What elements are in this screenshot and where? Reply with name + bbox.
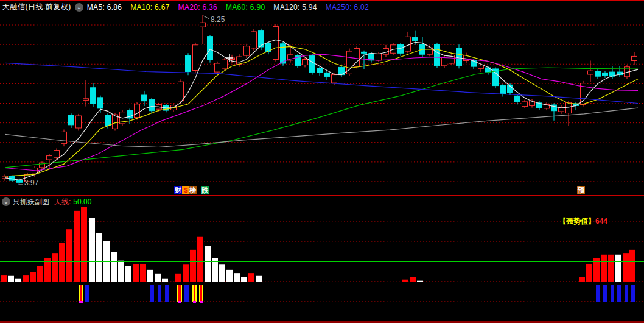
indicator-param-label: 天线:: [54, 197, 71, 207]
indicator-bar: [155, 274, 161, 282]
candle-body: [362, 52, 367, 53]
ma-legend-item: MA5: 6.86: [87, 3, 122, 12]
indicator-bar: [96, 233, 102, 282]
indicator-bar: [256, 276, 262, 282]
indicator-bar: [615, 255, 621, 282]
candle-body: [522, 102, 528, 107]
candle-body: [566, 102, 572, 113]
indicator-bar: [125, 266, 131, 282]
candle-body: [83, 99, 89, 101]
indicator-bar: [234, 273, 240, 282]
hotkey-badge[interactable]: 预: [577, 186, 585, 194]
hotkey-badge[interactable]: 财: [174, 186, 182, 194]
indicator-bar: [586, 264, 592, 282]
signal-bar-blue: [158, 285, 161, 302]
low-price-label: ←3.97: [17, 179, 39, 187]
indicator-bar: [623, 253, 629, 282]
candle-body: [208, 37, 213, 60]
ma-legend-item: MA10: 6.67: [130, 3, 169, 12]
candle-body: [142, 95, 147, 101]
signal-bar-striped-tick: [200, 301, 203, 303]
candle-body: [237, 57, 242, 64]
candle-body: [303, 60, 308, 65]
signal-bar-striped-core: [80, 285, 82, 301]
signal-bar-blue: [150, 285, 154, 302]
candle-body: [500, 86, 506, 94]
candle-body: [413, 38, 418, 41]
indicator-bar: [66, 229, 72, 282]
sub-chart-header: ⌄ 只抓妖副图 天线: 50.00: [2, 197, 91, 207]
candle-body: [324, 73, 330, 76]
indicator-bar: [15, 279, 21, 282]
candle-body: [310, 55, 315, 73]
indicator-bar: [629, 250, 635, 282]
ma-legend-item: MA60: 6.90: [226, 3, 265, 12]
high-price-label: 8.25: [211, 15, 225, 24]
indicator-bar: [147, 270, 153, 282]
indicator-bar: [601, 255, 607, 282]
stock-title: 天融信(日线.前复权): [2, 2, 71, 12]
ma-line-ma120: [5, 108, 638, 147]
signal-bar-striped-core: [200, 285, 202, 301]
candle-body: [588, 71, 593, 74]
candle-body: [200, 23, 206, 27]
candle-body: [244, 46, 250, 55]
indicator-bar: [8, 276, 14, 282]
indicator-bar: [111, 252, 117, 282]
indicator-bar: [37, 266, 43, 282]
candle-body: [595, 71, 601, 76]
signal-bar-striped-core: [178, 285, 181, 301]
candle-body: [149, 99, 155, 111]
candle-body: [405, 37, 411, 51]
main-chart-header: 天融信(日线.前复权) ⌄ MA5: 6.86MA10: 6.67MA20: 6…: [2, 2, 369, 12]
indicator-bar: [226, 270, 233, 282]
chevron-down-icon[interactable]: ⌄: [2, 197, 10, 206]
indicator-bar: [197, 237, 203, 282]
signal-bar-striped-tick: [79, 301, 83, 303]
signal-bar-striped-tick: [178, 301, 181, 303]
candle-body: [186, 55, 191, 71]
indicator-bar: [52, 253, 58, 282]
candle-body: [442, 57, 447, 66]
indicator-bar: [402, 280, 408, 282]
indicator-bar: [89, 218, 95, 282]
signal-bar-striped-core: [194, 285, 195, 301]
chart-canvas[interactable]: 8.25←3.97: [0, 0, 644, 323]
candle-body: [193, 45, 198, 71]
candle-body: [435, 44, 440, 65]
candle-body: [47, 156, 52, 160]
chevron-down-icon[interactable]: ⌄: [75, 3, 83, 12]
indicator-bar: [183, 264, 189, 282]
indicator-bar: [608, 255, 614, 282]
indicator-bar: [241, 277, 247, 282]
indicator-bar: [248, 273, 254, 282]
candle-body: [91, 88, 96, 104]
signal-bar-blue: [184, 285, 189, 302]
candle-body: [76, 116, 82, 128]
strength-readout: 【强势值】644: [559, 216, 607, 227]
indicator-bar: [1, 275, 7, 282]
indicator-bar: [410, 277, 416, 282]
indicator-bar: [81, 207, 87, 282]
strength-value: 644: [595, 217, 607, 225]
indicator-bar: [162, 279, 168, 282]
indicator-bar: [175, 274, 181, 282]
signal-bar-blue: [596, 285, 600, 302]
signal-bar-blue: [165, 285, 169, 302]
hotkey-badge[interactable]: 跌: [201, 186, 209, 194]
candle-body: [478, 66, 484, 68]
high-leader-line: [203, 16, 209, 19]
signal-bar-blue: [603, 285, 607, 302]
indicator-title: 只抓妖副图: [13, 197, 49, 207]
candle-body: [603, 73, 608, 75]
candle-body: [98, 98, 103, 108]
ma-legend-item: MA120: 5.94: [273, 3, 317, 12]
candle-body: [54, 151, 60, 158]
indicator-param-value: 50.00: [73, 197, 91, 206]
indicator-bar: [205, 246, 211, 282]
candle-body: [135, 104, 140, 118]
ma-legend: MA5: 6.86MA10: 6.67MA20: 6.36MA60: 6.90M…: [87, 3, 369, 12]
candle-body: [332, 75, 337, 83]
hotkey-badge[interactable]: 榜: [189, 186, 197, 194]
signal-bar-blue: [85, 285, 89, 302]
